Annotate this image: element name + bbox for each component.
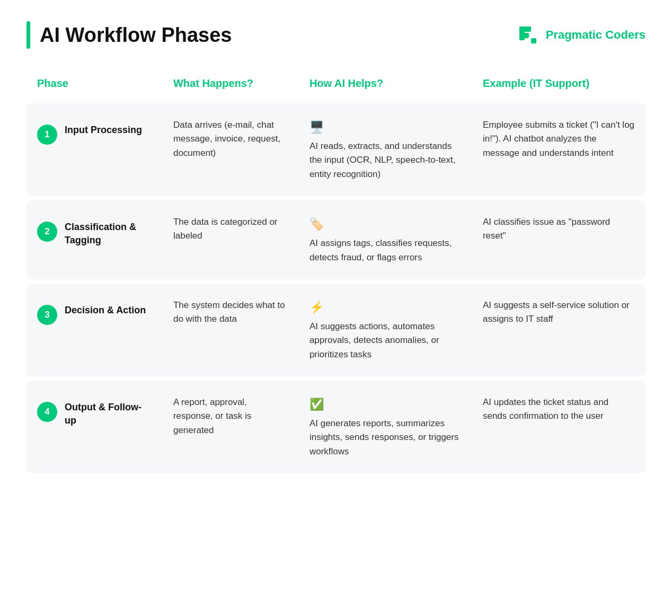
ai-helps-cell-3: ⚡ AI suggests actions, automates approva… <box>299 284 472 376</box>
col-ai: How AI Helps? <box>299 72 472 99</box>
phase-badge-1: 1 <box>37 125 57 145</box>
title-block: AI Workflow Phases <box>26 21 232 49</box>
page-title: AI Workflow Phases <box>40 24 232 47</box>
phase-badge-3: 3 <box>37 305 57 325</box>
logo-icon <box>516 23 540 47</box>
svg-rect-3 <box>531 38 536 43</box>
col-example: Example (IT Support) <box>472 72 646 99</box>
example-cell-3: AI suggests a self-service solution or a… <box>472 284 646 376</box>
ai-helps-cell-4: ✅ AI generates reports, summarizes insig… <box>299 381 472 473</box>
what-happens-cell-1: Data arrives (e-mail, chat message, invo… <box>163 103 299 196</box>
phase-badge-4: 4 <box>37 402 57 422</box>
svg-rect-2 <box>519 33 529 38</box>
ai-icon-4: ✅ <box>310 395 462 413</box>
logo-text: Pragmatic Coders <box>546 28 646 42</box>
phase-cell-1: 1 Input Processing <box>26 103 163 196</box>
phase-cell-2: 2 Classification & Tagging <box>26 200 163 279</box>
phase-name-3: Decision & Action <box>65 304 146 317</box>
ai-helps-text-1: AI reads, extracts, and understands the … <box>310 139 462 181</box>
ai-icon-3: ⚡ <box>310 298 462 316</box>
table-row: 1 Input Processing Data arrives (e-mail,… <box>26 103 646 196</box>
table-row: 2 Classification & Tagging The data is c… <box>26 200 646 279</box>
what-happens-cell-3: The system decides what to do with the d… <box>163 284 299 376</box>
example-cell-4: AI updates the ticket status and sends c… <box>472 381 646 473</box>
col-what: What Happens? <box>163 72 299 99</box>
ai-icon-1: 🖥️ <box>310 118 462 136</box>
ai-helps-text-4: AI generates reports, summarizes insight… <box>310 417 462 459</box>
ai-helps-text-3: AI suggests actions, automates approvals… <box>310 320 462 362</box>
ai-helps-cell-1: 🖥️ AI reads, extracts, and understands t… <box>299 103 472 196</box>
what-happens-cell-2: The data is categorized or labeled <box>163 200 299 279</box>
phase-name-1: Input Processing <box>65 124 142 137</box>
table-header-row: Phase What Happens? How AI Helps? Exampl… <box>26 72 646 99</box>
page-header: AI Workflow Phases Pragmatic Coders <box>26 21 646 49</box>
table-row: 3 Decision & Action The system decides w… <box>26 284 646 376</box>
col-phase: Phase <box>26 72 163 99</box>
title-accent-bar <box>26 21 30 49</box>
phase-badge-2: 2 <box>37 222 57 242</box>
phase-name-2: Classification & Tagging <box>65 221 152 247</box>
example-cell-2: AI classifies issue as "password reset" <box>472 200 646 279</box>
phase-cell-3: 3 Decision & Action <box>26 284 163 376</box>
ai-helps-cell-2: 🏷️ AI assigns tags, classifies requests,… <box>299 200 472 279</box>
example-cell-1: Employee submits a ticket ("I can't log … <box>472 103 646 196</box>
table-row: 4 Output & Follow-up A report, approval,… <box>26 381 646 473</box>
what-happens-cell-4: A report, approval, response, or task is… <box>163 381 299 473</box>
svg-rect-1 <box>519 27 531 32</box>
phase-name-4: Output & Follow-up <box>65 401 152 427</box>
ai-helps-text-2: AI assigns tags, classifies requests, de… <box>310 236 462 265</box>
workflow-table: Phase What Happens? How AI Helps? Exampl… <box>26 68 646 478</box>
logo-block: Pragmatic Coders <box>516 23 646 47</box>
phase-cell-4: 4 Output & Follow-up <box>26 381 163 473</box>
ai-icon-2: 🏷️ <box>310 215 462 233</box>
